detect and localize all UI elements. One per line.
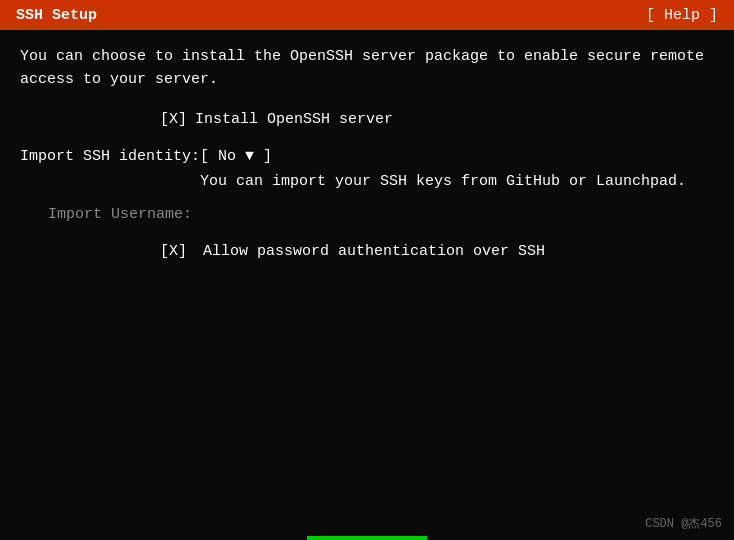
window-title: SSH Setup [16, 7, 97, 24]
watermark: CSDN @杰456 [645, 515, 722, 532]
password-auth-row: [X] Allow password authentication over S… [20, 243, 714, 260]
description-line1: You can choose to install the OpenSSH se… [20, 46, 714, 69]
identity-label: Import SSH identity: [20, 148, 200, 165]
identity-hint: You can import your SSH keys from GitHub… [200, 173, 714, 190]
install-checkbox[interactable]: [X] [160, 111, 187, 128]
main-content: You can choose to install the OpenSSH se… [0, 30, 734, 276]
description-line2: access to your server. [20, 69, 714, 92]
password-checkbox[interactable]: [X] [160, 243, 187, 260]
password-label: Allow password authentication over SSH [203, 243, 545, 260]
username-row: Import Username: [20, 206, 714, 223]
username-input[interactable] [200, 206, 500, 223]
help-button[interactable]: [ Help ] [646, 7, 718, 24]
install-openssh-row: [X] Install OpenSSH server [20, 111, 714, 128]
progress-bar [307, 536, 427, 540]
identity-row: Import SSH identity: [ No ▼ ] [20, 148, 714, 165]
install-label: Install OpenSSH server [195, 111, 393, 128]
description-block: You can choose to install the OpenSSH se… [20, 46, 714, 91]
username-label: Import Username: [20, 206, 200, 223]
title-bar: SSH Setup [ Help ] [0, 0, 734, 30]
identity-dropdown[interactable]: [ No ▼ ] [200, 148, 272, 165]
